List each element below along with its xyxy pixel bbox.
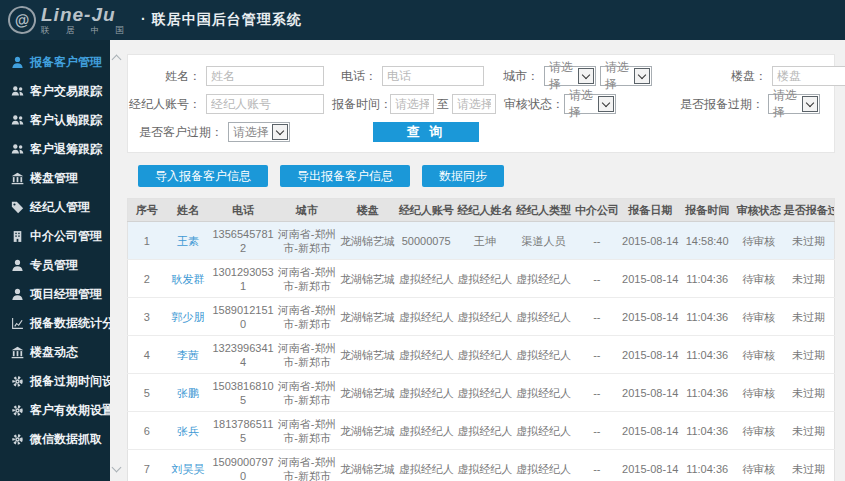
sidebar-item-10[interactable]: 楼盘动态 [0, 338, 110, 367]
column-header: 是否报备过期 [783, 199, 835, 222]
cell: 待审核 [735, 222, 783, 260]
report-time-to-input[interactable] [452, 94, 496, 114]
cell: 龙湖锦艺城 [338, 412, 397, 450]
building-icon [11, 346, 24, 359]
user-icon [11, 56, 24, 69]
cell: 河南省-郑州市-新郑市 [276, 298, 338, 336]
cell: -- [573, 374, 621, 412]
sidebar-item-5[interactable]: 经纪人管理 [0, 193, 110, 222]
cell: -- [573, 336, 621, 374]
name-input[interactable] [206, 66, 324, 86]
data-sync-button[interactable]: 数据同步 [422, 165, 504, 187]
audit-status-label: 审核状态： [504, 96, 564, 113]
customer-name-link[interactable]: 王素 [177, 235, 199, 247]
cell: 龙湖锦艺城 [338, 222, 397, 260]
sidebar-item-12[interactable]: 客户有效期设置 [0, 396, 110, 425]
sidebar-item-0[interactable]: 报备客户管理 [0, 48, 110, 77]
main-content: 姓名： 电话： 城市： 请选择 请选择 楼盘： [110, 40, 845, 481]
sidebar-item-7[interactable]: 专员管理 [0, 251, 110, 280]
cell: 11:04:36 [680, 336, 735, 374]
import-customers-button[interactable]: 导入报备客户信息 [138, 165, 268, 187]
phone-input[interactable] [382, 66, 484, 86]
cell: 13239963414 [210, 336, 276, 374]
customer-name-cell: 耿发群 [166, 260, 211, 298]
sidebar-item-8[interactable]: 项目经理管理 [0, 280, 110, 309]
scroll-up-icon[interactable] [112, 55, 122, 65]
sidebar-item-6[interactable]: 中介公司管理 [0, 222, 110, 251]
chevron-down-icon [578, 68, 594, 84]
gear-icon [11, 433, 24, 446]
table-row: 7刘昊昊15090007970河南省-郑州市-新郑市龙湖锦艺城虚拟经纪人虚拟经纪… [128, 450, 835, 481]
cell: 虚拟经纪人 [514, 260, 573, 298]
building-input[interactable] [772, 66, 845, 86]
cell: 渠道人员 [514, 222, 573, 260]
to-separator: 至 [437, 96, 449, 113]
chevron-down-icon [802, 96, 818, 112]
search-button[interactable]: 查 询 [373, 122, 479, 142]
cell: 未过期 [783, 412, 835, 450]
customer-name-link[interactable]: 耿发群 [171, 273, 204, 285]
cell: 待审核 [735, 336, 783, 374]
cell: 18137865115 [210, 412, 276, 450]
sidebar-item-9[interactable]: 报备数据统计分析 [0, 309, 110, 338]
customer-name-link[interactable]: 张鹏 [177, 387, 199, 399]
logo-main-text: Line-Ju [41, 5, 131, 24]
customer-name-link[interactable]: 张兵 [177, 425, 199, 437]
cell: 未过期 [783, 298, 835, 336]
audit-status-select[interactable]: 请选择 [564, 94, 616, 114]
city-select[interactable]: 请选择 [544, 66, 596, 86]
customer-name-link[interactable]: 刘昊昊 [171, 463, 204, 475]
cell: 11:04:36 [680, 450, 735, 481]
column-header: 审核状态 [735, 199, 783, 222]
cell: 11:04:36 [680, 298, 735, 336]
city-label: 城市： [484, 68, 544, 85]
column-header: 经纪人账号 [397, 199, 456, 222]
cell: 待审核 [735, 260, 783, 298]
export-customers-button[interactable]: 导出报备客户信息 [280, 165, 410, 187]
column-header: 序号 [128, 199, 166, 222]
cell: 未过期 [783, 374, 835, 412]
tag-icon [11, 201, 24, 214]
cell: 2015-08-14 [621, 336, 680, 374]
cell: 待审核 [735, 450, 783, 481]
sidebar-item-4[interactable]: 楼盘管理 [0, 164, 110, 193]
report-time-from-input[interactable] [390, 94, 434, 114]
cell: -- [573, 260, 621, 298]
cell: 11:04:36 [680, 412, 735, 450]
app-header: @ Line-Ju 联 居 中 国 · 联居中国后台管理系统 [0, 0, 845, 40]
cell: 15090007970 [210, 450, 276, 481]
cell: 待审核 [735, 412, 783, 450]
sidebar-item-3[interactable]: 客户退筹跟踪 [0, 135, 110, 164]
customer-name-link[interactable]: 郭少朋 [171, 311, 204, 323]
table-row: 6张兵18137865115河南省-郑州市-新郑市龙湖锦艺城虚拟经纪人虚拟经纪人… [128, 412, 835, 450]
cell: 2015-08-14 [621, 412, 680, 450]
column-header: 报备日期 [621, 199, 680, 222]
cell: 4 [128, 336, 166, 374]
customer-name-cell: 张鹏 [166, 374, 211, 412]
agent-account-input[interactable] [206, 94, 324, 114]
cell: 2015-08-14 [621, 298, 680, 336]
scroll-down-icon[interactable] [112, 463, 122, 473]
report-expired-label: 是否报备过期： [680, 96, 768, 113]
customer-name-cell: 张兵 [166, 412, 211, 450]
cell: 未过期 [783, 450, 835, 481]
cell: 2015-08-14 [621, 374, 680, 412]
sidebar-item-2[interactable]: 客户认购跟踪 [0, 106, 110, 135]
customer-expired-select[interactable]: 请选择 [228, 122, 290, 142]
cell: 虚拟经纪人 [514, 374, 573, 412]
district-select[interactable]: 请选择 [600, 66, 652, 86]
cell: 2015-08-14 [621, 260, 680, 298]
sidebar-item-11[interactable]: 报备过期时间设置 [0, 367, 110, 396]
sidebar-item-1[interactable]: 客户交易跟踪 [0, 77, 110, 106]
cell: 5 [128, 374, 166, 412]
page-title: · 联居中国后台管理系统 [141, 11, 302, 29]
sidebar-scrollbar[interactable] [110, 40, 123, 481]
cell: 11:04:36 [680, 374, 735, 412]
cell: 虚拟经纪人 [397, 374, 456, 412]
cell: 3 [128, 298, 166, 336]
customer-name-link[interactable]: 李茜 [177, 349, 199, 361]
sidebar-item-label: 报备客户管理 [30, 54, 102, 71]
sidebar-item-13[interactable]: 微信数据抓取 [0, 425, 110, 454]
report-expired-select[interactable]: 请选择 [768, 94, 820, 114]
cell: 河南省-郑州市-新郑市 [276, 260, 338, 298]
